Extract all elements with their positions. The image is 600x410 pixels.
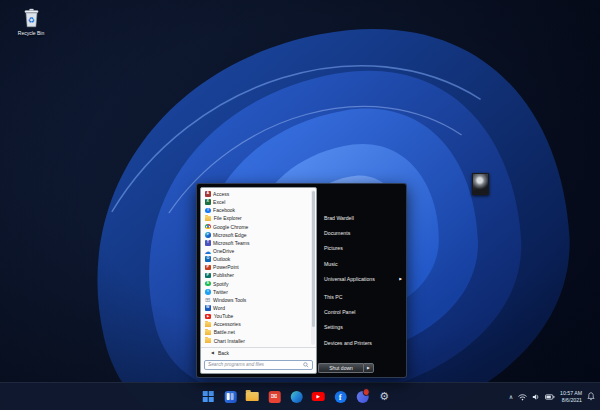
program-item-battlenet[interactable]: Battle.net [203, 328, 310, 336]
tray-time: 10:57 AM [560, 390, 582, 396]
search-row [201, 358, 316, 374]
tray-date: 8/6/2021 [562, 397, 582, 403]
search-input[interactable] [208, 362, 303, 367]
program-item-outlook[interactable]: OOutlook [203, 255, 310, 263]
program-item-onedrive[interactable]: ☁OneDrive [203, 247, 310, 255]
program-label: OneDrive [213, 248, 234, 254]
outlook-icon: O [205, 256, 211, 262]
folder-icon [205, 216, 211, 221]
taskbar: ✉ ▶ f ⚙ ∧ [0, 382, 600, 410]
twitter-icon: t [205, 289, 211, 295]
music-label: Music [324, 261, 338, 267]
back-button[interactable]: ◀ Back [201, 347, 316, 358]
program-label: Twitter [213, 289, 228, 295]
control-panel-item[interactable]: Control Panel [317, 304, 406, 319]
mail-button[interactable]: ✉ [268, 390, 281, 403]
program-label: Outlook [213, 256, 230, 262]
volume-icon[interactable] [532, 393, 540, 401]
taskbar-clock[interactable]: 10:57 AM 8/6/2021 [560, 390, 582, 402]
shutdown-options-button[interactable]: ▶ [363, 363, 374, 374]
folder-icon [205, 330, 211, 335]
windows-logo-icon [203, 391, 214, 402]
program-label: YouTube [214, 313, 234, 319]
facebook-icon: f [205, 208, 211, 214]
start11-button[interactable] [224, 390, 237, 403]
shutdown-label: Shut down [329, 365, 353, 371]
user-name-label: Brad Wardell [324, 215, 354, 221]
program-item-chart-installer[interactable]: Chart Installer [203, 337, 310, 345]
system-tray: ∧ [509, 383, 595, 410]
shutdown-button[interactable]: Shut down [318, 363, 363, 374]
tray-overflow-chevron-icon[interactable]: ∧ [509, 393, 513, 400]
program-item-accessories[interactable]: Accessories [203, 320, 310, 328]
settings-label: Settings [324, 324, 343, 330]
chat-app-button[interactable] [356, 390, 369, 403]
program-item-microsoft-teams[interactable]: TMicrosoft Teams [203, 239, 310, 247]
file-explorer-button[interactable] [246, 390, 259, 403]
teams-icon: T [205, 240, 211, 246]
program-item-facebook[interactable]: fFacebook [203, 206, 310, 214]
shutdown-controls: Shut down ▶ [318, 363, 374, 374]
program-item-windows-tools[interactable]: ⊞Windows Tools [203, 296, 310, 304]
windows-tools-icon: ⊞ [205, 297, 211, 303]
onedrive-icon: ☁ [205, 248, 211, 254]
program-item-microsoft-edge[interactable]: eMicrosoft Edge [203, 231, 310, 239]
program-list-scrollbar[interactable] [311, 190, 315, 345]
user-avatar[interactable] [472, 173, 489, 195]
file-explorer-icon [246, 392, 259, 402]
youtube-icon: ▶ [312, 392, 325, 402]
program-item-access[interactable]: AAccess [203, 190, 310, 198]
recycle-bin-shortcut[interactable]: ♻ Recycle Bin [8, 8, 54, 36]
program-label: Word [213, 305, 225, 311]
documents-item[interactable]: Documents [317, 225, 406, 240]
taskbar-icons: ✉ ▶ f ⚙ [202, 383, 391, 410]
facebook-button[interactable]: f [334, 390, 347, 403]
notification-bell-icon[interactable] [587, 392, 595, 401]
start-menu-program-panel: AAccess XExcel fFacebook File Explorer G… [200, 187, 317, 374]
program-item-youtube[interactable]: ▶YouTube [203, 312, 310, 320]
program-item-word[interactable]: WWord [203, 304, 310, 312]
program-item-file-explorer[interactable]: File Explorer [203, 214, 310, 222]
universal-applications-item[interactable]: Universal Applications ▶ [317, 272, 406, 287]
access-icon: A [205, 191, 211, 197]
settings-button[interactable]: ⚙ [378, 390, 391, 403]
settings-item[interactable]: Settings [317, 320, 406, 335]
program-label: Chart Installer [214, 338, 245, 344]
recycle-bin-icon: ♻ [23, 8, 40, 28]
program-label: Facebook [213, 207, 235, 213]
excel-icon: X [205, 199, 211, 205]
submenu-arrow-icon: ▶ [399, 277, 402, 281]
facebook-icon: f [334, 391, 346, 403]
program-item-spotify[interactable]: SSpotify [203, 280, 310, 288]
pictures-label: Pictures [324, 245, 343, 251]
music-item[interactable]: Music [317, 256, 406, 271]
publisher-icon: P [205, 273, 211, 279]
windows-start-button[interactable] [202, 390, 215, 403]
youtube-button[interactable]: ▶ [312, 390, 325, 403]
program-label: Excel [213, 199, 225, 205]
program-item-google-chrome[interactable]: Google Chrome [203, 223, 310, 231]
back-arrow-icon: ◀ [211, 350, 214, 355]
program-item-excel[interactable]: XExcel [203, 198, 310, 206]
start11-icon [224, 391, 236, 403]
program-label: PowerPoint [213, 264, 239, 270]
battery-icon[interactable] [545, 393, 555, 401]
program-item-twitter[interactable]: tTwitter [203, 288, 310, 296]
program-item-publisher[interactable]: PPublisher [203, 271, 310, 279]
this-pc-item[interactable]: This PC [317, 289, 406, 304]
spotify-icon: S [205, 281, 211, 287]
wifi-icon[interactable] [518, 393, 527, 401]
devices-and-printers-item[interactable]: Devices and Printers [317, 335, 406, 350]
edge-icon [290, 391, 302, 403]
edge-button[interactable] [290, 390, 303, 403]
edge-icon: e [205, 232, 211, 238]
user-name-item[interactable]: Brad Wardell [317, 210, 406, 225]
search-box[interactable] [204, 360, 313, 371]
chat-icon [356, 391, 368, 403]
chrome-icon [205, 224, 211, 230]
pictures-item[interactable]: Pictures [317, 241, 406, 256]
scrollbar-thumb[interactable] [312, 191, 315, 327]
program-item-powerpoint[interactable]: PPowerPoint [203, 263, 310, 271]
program-label: Microsoft Edge [213, 232, 246, 238]
folder-icon [205, 338, 211, 343]
